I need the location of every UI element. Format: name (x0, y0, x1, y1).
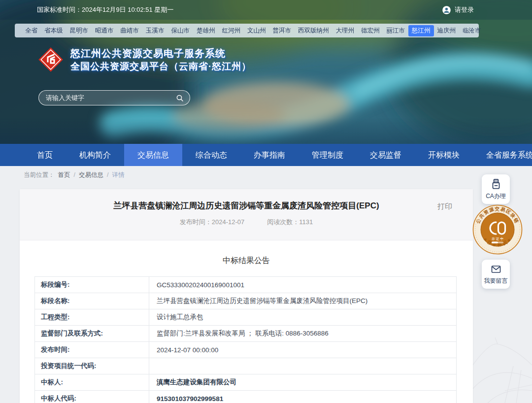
region-tab[interactable]: 西双版纳州 (295, 25, 332, 36)
banner: 国家标准时间：2024年12月9日 10:02:51 星期一 请登录 全省省本级… (0, 0, 532, 144)
row-label: 监督部门及联系方式: (35, 326, 149, 342)
table-row: 发布时间: 2024-12-07 00:00:00 (35, 342, 457, 358)
row-label: 标段编号: (35, 277, 149, 293)
nav-item[interactable]: 机构简介 (66, 144, 124, 166)
leave-message-button[interactable]: 我要留言 (482, 260, 510, 289)
table-row: 工程类型: 设计施工总承包 (35, 309, 457, 326)
region-tab[interactable]: 曲靖市 (117, 25, 143, 36)
row-value (149, 358, 457, 374)
table-row: 投资项目统一代码: (35, 358, 457, 374)
row-label: 标段名称: (35, 293, 149, 309)
row-label: 工程类型: (35, 309, 149, 326)
announcement-title: 中标结果公告 (20, 256, 473, 266)
leave-message-label: 我要留言 (484, 277, 508, 289)
login-label: 请登录 (455, 5, 474, 14)
search-bar[interactable] (38, 90, 190, 105)
view-count: 阅读次数：1131 (267, 218, 313, 227)
row-value: 设计施工总承包 (149, 309, 457, 326)
brand: 怒江州公共资源交易电子服务系统 全国公共资源交易平台（云南省·怒江州） (37, 46, 251, 73)
nav-item[interactable]: 全省服务系统 (473, 144, 532, 166)
login-button[interactable]: 请登录 (442, 5, 474, 15)
region-tab[interactable]: 临沧市 (459, 25, 485, 36)
breadcrumb: 当前位置： 首页 / 交易信息 / 详情 (0, 166, 532, 184)
row-value: 2024-12-07 00:00:00 (149, 342, 457, 358)
nav-item[interactable]: 管理制度 (299, 144, 357, 166)
row-value: 兰坪县营盘镇澜沧江周边历史遗留涉镉等重金属废渣风险管控项目(EPC) (149, 293, 457, 309)
row-label: 中标人代码: (35, 391, 149, 403)
ca-service-label: CA办理 (486, 192, 506, 204)
person-icon (442, 5, 451, 15)
nav-item[interactable]: 交易监督 (357, 144, 415, 166)
region-tab[interactable]: 迪庆州 (434, 25, 460, 36)
usb-key-icon (490, 178, 502, 191)
region-tab[interactable]: 普洱市 (269, 25, 295, 36)
row-label: 发布时间: (35, 342, 149, 358)
main-navigation: 首页机构简介交易信息综合动态办事指南管理制度交易监督开标模块全省服务系统 (0, 144, 532, 166)
nav-item[interactable]: 首页 (24, 144, 66, 166)
region-tab[interactable]: 全省 (22, 25, 41, 36)
row-value: 滇鹰生态建设集团有限公司 (149, 374, 457, 391)
breadcrumb-current: 详情 (112, 171, 124, 179)
bid-result-table: 标段编号: GC533300202400169001001 标段名称: 兰坪县营… (34, 276, 457, 403)
seal-status-text: 存 证 中 (492, 237, 503, 240)
top-bar: 国家标准时间：2024年12月9日 10:02:51 星期一 请登录 (0, 0, 532, 20)
breadcrumb-prefix: 当前位置： (24, 171, 55, 179)
region-tab[interactable]: 德宏州 (358, 25, 383, 36)
site-subtitle: 全国公共资源交易平台（云南省·怒江州） (70, 60, 251, 73)
region-tab[interactable]: 昭通市 (92, 25, 117, 36)
region-tab[interactable]: 红河州 (219, 25, 244, 36)
region-tab[interactable]: 玉溪市 (142, 25, 168, 36)
article-body: 中标结果公告 标段编号: GC533300202400169001001 标段名… (20, 240, 473, 403)
region-tabs-strip: 全省省本级昆明市昭通市曲靖市玉溪市保山市楚雄州红河州文山州普洱市西双版纳州大理州… (15, 24, 479, 37)
table-row: 中标人代码: 915301037902999581 (35, 391, 457, 403)
row-value: GC533300202400169001001 (149, 277, 457, 293)
nav-item[interactable]: 交易信息 (124, 144, 182, 166)
nav-item[interactable]: 办事指南 (240, 144, 299, 166)
region-tab[interactable]: 怒江州 (408, 25, 434, 36)
breadcrumb-separator: / (107, 171, 108, 178)
blockchain-certificate-seal: 公共资源交易区块链 ★存证标识★ 存 证 中 (472, 203, 523, 256)
red-diamond-logo-icon (37, 46, 64, 73)
region-tab[interactable]: 大理州 (332, 25, 358, 36)
standard-time: 国家标准时间：2024年12月9日 10:02:51 星期一 (37, 5, 173, 14)
article-meta: 发布时间：2024-12-07 阅读次数：1131 (20, 218, 473, 227)
nav-item[interactable]: 开标模块 (415, 144, 473, 166)
region-tab[interactable]: 楚雄州 (193, 25, 219, 36)
publish-date: 发布时间：2024-12-07 (180, 218, 245, 227)
row-label: 投资项目统一代码: (35, 358, 149, 374)
article-card: 兰坪县营盘镇澜沧江周边历史遗留涉镉等重金属废渣风险管控项目(EPC) 打印 发布… (20, 189, 473, 403)
ca-service-button[interactable]: CA办理 (482, 174, 510, 204)
region-tab[interactable]: 省本级 (41, 25, 66, 36)
site-title: 怒江州公共资源交易电子服务系统 (70, 47, 251, 60)
table-row: 监督部门及联系方式: 监督部门:兰坪县发展和改革局 ； 联系电话: 0886-3… (35, 326, 457, 342)
print-button[interactable]: 打印 (437, 202, 452, 211)
nav-item[interactable]: 综合动态 (182, 144, 240, 166)
envelope-icon (490, 264, 502, 275)
row-value: 915301037902999581 (149, 391, 457, 403)
row-label: 中标人: (35, 374, 149, 391)
search-input[interactable] (45, 94, 176, 102)
table-row: 标段编号: GC533300202400169001001 (35, 277, 457, 293)
region-tab[interactable]: 保山市 (168, 25, 194, 36)
breadcrumb-separator: / (74, 171, 75, 178)
breadcrumb-trade-info[interactable]: 交易信息 (79, 171, 103, 179)
region-tab[interactable]: 昆明市 (66, 25, 92, 36)
table-row: 标段名称: 兰坪县营盘镇澜沧江周边历史遗留涉镉等重金属废渣风险管控项目(EPC) (35, 293, 457, 309)
page-title: 兰坪县营盘镇澜沧江周边历史遗留涉镉等重金属废渣风险管控项目(EPC) (20, 189, 473, 211)
magnifier-icon[interactable] (176, 94, 184, 102)
article-header: 兰坪县营盘镇澜沧江周边历史遗留涉镉等重金属废渣风险管控项目(EPC) 打印 发布… (20, 189, 473, 240)
breadcrumb-home[interactable]: 首页 (58, 171, 70, 179)
table-row: 中标人: 滇鹰生态建设集团有限公司 (35, 374, 457, 391)
region-tab[interactable]: 文山州 (244, 25, 269, 36)
region-tab[interactable]: 丽江市 (383, 25, 409, 36)
row-value: 监督部门:兰坪县发展和改革局 ； 联系电话: 0886-3056886 (149, 326, 457, 342)
